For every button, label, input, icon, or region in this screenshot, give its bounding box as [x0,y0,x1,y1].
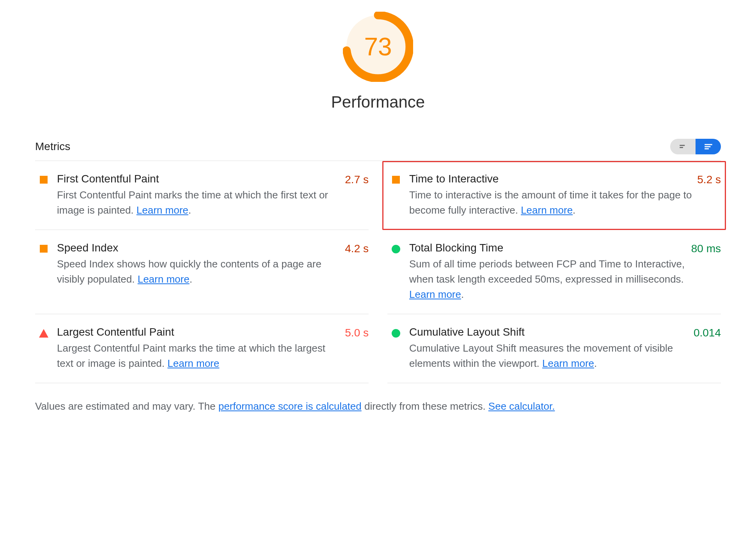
metric-desc-post: . [594,357,597,369]
circle-icon [392,329,400,338]
metric-body: Time to InteractiveTime to interactive i… [409,173,692,218]
metric-body: First Contentful PaintFirst Contentful P… [57,173,340,218]
view-toggle-collapsed[interactable] [670,139,696,154]
metric-body: Speed IndexSpeed Index shows how quickly… [57,242,340,287]
metric-lcp: Largest Contentful PaintLargest Contentf… [35,314,369,383]
learn-more-link[interactable]: Learn more [137,204,188,216]
metric-description: Sum of all time periods between FCP and … [409,257,687,302]
metric-description: Largest Contentful Paint marks the time … [57,341,340,371]
footer-link-see-calculator[interactable]: See calculator. [488,400,555,412]
collapsed-view-icon [678,142,688,152]
footer-link-score-calculated[interactable]: performance score is calculated [218,400,362,412]
metric-cls: Cumulative Layout ShiftCumulative Layout… [387,314,721,383]
learn-more-link[interactable]: Learn more [167,357,219,369]
metric-status-icon [35,242,52,253]
metric-description: Time to interactive is the amount of tim… [409,188,692,218]
view-toggle [670,139,721,154]
metric-title: Speed Index [57,242,340,254]
metric-title: First Contentful Paint [57,173,340,185]
metric-si: Speed IndexSpeed Index shows how quickly… [35,230,369,314]
expanded-view-icon [703,142,713,152]
metric-value: 80 ms [691,242,721,255]
metric-value: 4.2 s [345,242,369,255]
metric-description: First Contentful Paint marks the time at… [57,188,340,218]
svg-rect-2 [680,145,685,146]
metric-title: Cumulative Layout Shift [409,326,689,338]
metric-value: 2.7 s [345,173,369,186]
metric-title: Largest Contentful Paint [57,326,340,338]
metric-status-icon [35,173,52,184]
metric-status-icon [387,242,405,253]
metric-value: 5.2 s [697,173,721,186]
learn-more-link[interactable]: Learn more [542,357,594,369]
learn-more-link[interactable]: Learn more [138,273,190,285]
circle-icon [392,245,400,253]
learn-more-link[interactable]: Learn more [521,204,573,216]
metric-status-icon [35,326,52,338]
metric-description: Speed Index shows how quickly the conten… [57,257,340,287]
square-icon [40,176,48,184]
svg-rect-3 [680,147,683,148]
triangle-icon [39,329,48,338]
metric-desc-post: . [188,204,191,216]
svg-rect-6 [705,148,709,149]
metric-status-icon [387,326,405,338]
metric-tti: Time to InteractiveTime to interactive i… [382,161,726,230]
metric-body: Total Blocking TimeSum of all time perio… [409,242,687,302]
footer-pre: Values are estimated and may vary. The [35,400,218,412]
metric-desc-text: Cumulative Layout Shift measures the mov… [409,342,673,369]
footer-note: Values are estimated and may vary. The p… [35,400,721,412]
metric-status-icon [387,173,405,184]
metric-body: Largest Contentful PaintLargest Contentf… [57,326,340,371]
metric-desc-post: . [461,288,464,300]
metric-title: Total Blocking Time [409,242,687,254]
metrics-header: Metrics [35,139,721,161]
metric-desc-post: . [573,204,575,216]
svg-rect-5 [705,146,710,147]
metric-desc-text: First Contentful Paint marks the time at… [57,189,328,216]
metric-title: Time to Interactive [409,173,692,185]
square-icon [392,176,400,184]
footer-mid: directly from these metrics. [362,400,488,412]
performance-gauge-section: 73 Performance [35,12,721,111]
metrics-grid: First Contentful PaintFirst Contentful P… [35,161,721,383]
metric-fcp: First Contentful PaintFirst Contentful P… [35,161,369,230]
metric-value: 0.014 [694,326,721,339]
square-icon [40,245,48,253]
score-value: 73 [343,12,413,82]
metric-desc-post: . [190,273,192,285]
score-gauge: 73 [343,12,413,82]
metric-description: Cumulative Layout Shift measures the mov… [409,341,689,371]
metric-tbt: Total Blocking TimeSum of all time perio… [387,230,721,314]
metric-desc-text: Sum of all time periods between FCP and … [409,258,685,285]
metric-value: 5.0 s [345,326,369,339]
svg-rect-4 [705,144,712,145]
view-toggle-expanded[interactable] [696,139,721,154]
performance-title: Performance [331,93,425,111]
learn-more-link[interactable]: Learn more [409,288,461,300]
metrics-heading: Metrics [35,140,70,153]
metric-body: Cumulative Layout ShiftCumulative Layout… [409,326,689,371]
